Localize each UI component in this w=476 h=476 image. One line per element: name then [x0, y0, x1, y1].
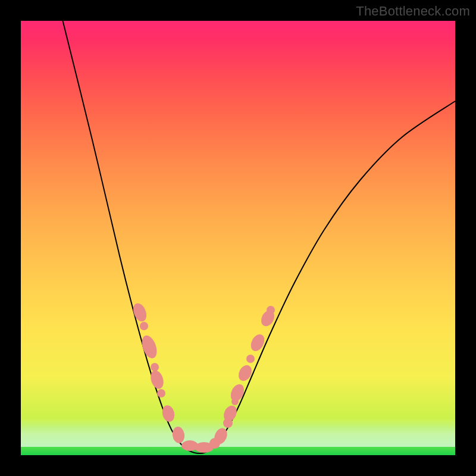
curve-marker — [151, 363, 159, 371]
curve-marker — [171, 426, 186, 444]
plot-area — [21, 21, 455, 455]
watermark-text: TheBottleneck.com — [356, 4, 470, 19]
curve-marker — [140, 322, 148, 330]
chart-svg — [21, 21, 455, 455]
curve-marker — [139, 333, 159, 360]
curve-marker — [161, 404, 177, 423]
bottleneck-curve — [61, 15, 455, 453]
curve-marker — [246, 355, 255, 363]
curve-marker — [236, 363, 255, 383]
curve-marker — [228, 382, 246, 403]
curve-marker — [157, 389, 165, 397]
curve-marker — [267, 306, 275, 314]
marker-layer — [131, 301, 277, 453]
curve-marker — [248, 332, 267, 353]
chart-frame: TheBottleneck.com — [0, 0, 476, 476]
